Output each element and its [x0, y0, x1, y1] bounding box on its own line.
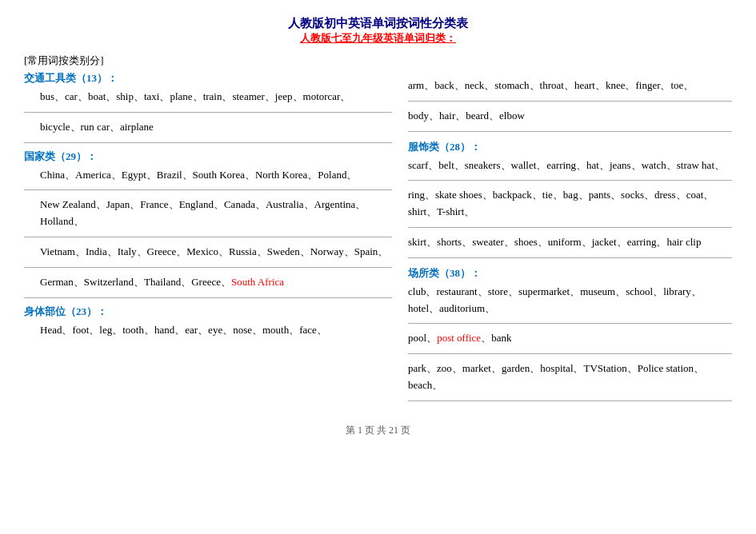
body-line-1: Head、foot、leg、tooth、hand、ear、eye、nose、mo…: [24, 322, 392, 339]
transport-line-1: bus、car、boat、ship、taxi、plane、train、steam…: [24, 89, 392, 106]
divider: [408, 180, 732, 181]
divider: [24, 237, 392, 237]
divider: [24, 267, 392, 268]
body-right-line-2: body、hair、beard、elbow: [408, 108, 732, 125]
left-column: [常用词按类别分] 交通工具类（13）： bus、car、boat、ship、t…: [24, 54, 392, 408]
places-line-1: club、restaurant、store、supermarket、museum…: [408, 284, 732, 317]
divider: [408, 131, 732, 132]
divider: [24, 112, 392, 113]
countries-title: 国家类（29）：: [24, 149, 392, 164]
places-line-3: park、zoo、market、garden、hospital、TVStatio…: [408, 361, 732, 394]
footer: 第 1 页 共 21 页: [24, 424, 732, 437]
content-columns: [常用词按类别分] 交通工具类（13）： bus、car、boat、ship、t…: [24, 54, 732, 408]
right-column: arm、back、neck、stomach、throat、heart、knee、…: [408, 54, 732, 408]
bracket-label: [常用词按类别分]: [24, 54, 392, 68]
countries-section: 国家类（29）： China、America、Egypt、Brazil、Sout…: [24, 149, 392, 291]
countries-line-2: New Zealand、Japan、France、England、Canada、…: [24, 197, 392, 230]
title-area: 人教版初中英语单词按词性分类表 人教版七至九年级英语单词归类：: [24, 16, 732, 46]
transport-section: 交通工具类（13）： bus、car、boat、ship、taxi、plane、…: [24, 71, 392, 136]
divider: [408, 101, 732, 102]
divider: [24, 142, 392, 143]
divider: [24, 189, 392, 190]
divider: [408, 400, 732, 401]
main-title: 人教版初中英语单词按词性分类表: [24, 16, 732, 31]
divider: [408, 257, 732, 258]
transport-title: 交通工具类（13）：: [24, 71, 392, 86]
body-section: 身体部位（23）： Head、foot、leg、tooth、hand、ear、e…: [24, 305, 392, 339]
places-line-2: pool、post office、bank: [408, 330, 732, 347]
sub-title: 人教版七至九年级英语单词归类：: [24, 31, 732, 46]
places-section: 场所类（38）： club、restaurant、store、supermark…: [408, 266, 732, 394]
divider: [408, 227, 732, 228]
countries-line-4: German、Switzerland、Thailand、Greece、South…: [24, 274, 392, 291]
transport-line-2: bicycle、run car、airplane: [24, 119, 392, 136]
countries-line-3: Vietnam、India、Italy、Greece、Mexico、Russia…: [24, 244, 392, 261]
clothes-line-2: ring、skate shoes、backpack、tie、bag、pants、…: [408, 187, 732, 221]
divider: [408, 353, 732, 354]
places-title: 场所类（38）：: [408, 266, 732, 281]
clothes-title: 服饰类（28）：: [408, 140, 732, 154]
clothes-line-3: skirt、shorts、sweater、shoes、uniform、jacke…: [408, 234, 732, 251]
body-title: 身体部位（23）：: [24, 305, 392, 319]
divider: [408, 323, 732, 324]
divider: [24, 297, 392, 298]
clothes-line-1: scarf、belt、sneakers、wallet、earring、hat、j…: [408, 157, 732, 174]
body-right-line-1: arm、back、neck、stomach、throat、heart、knee、…: [408, 78, 732, 94]
post-office: post office: [437, 332, 481, 344]
countries-line-1: China、America、Egypt、Brazil、South Korea、N…: [24, 167, 392, 184]
south-africa: South Africa: [231, 276, 284, 288]
page-number: 第 1 页 共 21 页: [346, 424, 410, 436]
page: 人教版初中英语单词按词性分类表 人教版七至九年级英语单词归类： [常用词按类别分…: [0, 0, 756, 534]
clothes-section: 服饰类（28）： scarf、belt、sneakers、wallet、earr…: [408, 140, 732, 251]
